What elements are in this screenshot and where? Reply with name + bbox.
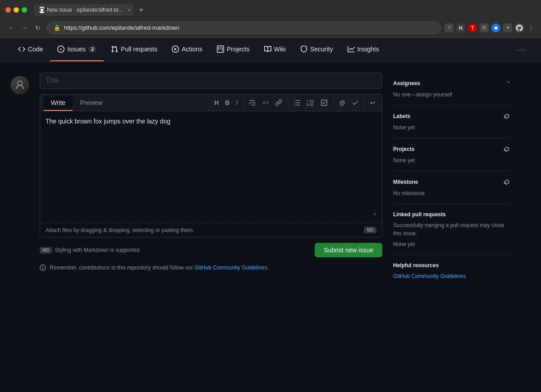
toolbar-heading-btn[interactable]: H: [211, 97, 221, 108]
nav-item-pulls[interactable]: Pull requests: [104, 38, 165, 61]
community-guidelines-link[interactable]: GitHub Community Guidelines: [195, 264, 267, 271]
assignees-title: Assignees: [393, 80, 420, 87]
nav-projects-label: Projects: [227, 46, 250, 53]
back-button[interactable]: ←: [5, 23, 17, 33]
wiki-icon: [264, 46, 271, 53]
nav-item-code[interactable]: Code: [11, 38, 50, 61]
ext-icon-3[interactable]: T: [468, 23, 477, 32]
repo-nav-bar: Code Issues 2 Pull requests Actions Proj…: [0, 38, 541, 62]
form-footer: MD Styling with Markdown is supported Su…: [40, 243, 382, 257]
security-icon: [300, 46, 307, 53]
forward-button[interactable]: →: [19, 23, 31, 33]
labels-value: None yet: [393, 124, 415, 131]
traffic-light-yellow[interactable]: [14, 7, 19, 13]
nav-item-insights[interactable]: Insights: [340, 38, 386, 61]
actions-icon: [172, 46, 179, 53]
repo-nav: Code Issues 2 Pull requests Actions Proj…: [11, 38, 530, 61]
nav-item-security[interactable]: Security: [293, 38, 340, 61]
nav-item-wiki[interactable]: Wiki: [257, 38, 293, 61]
ext-icon-6[interactable]: ✦: [503, 23, 512, 32]
projects-title: Projects: [393, 146, 414, 152]
file-attach-area[interactable]: Attach files by dragging & dropping, sel…: [40, 223, 382, 237]
toolbar-quote-btn[interactable]: [246, 97, 259, 108]
linked-prs-value: None yet: [393, 241, 415, 247]
toolbar-mention-btn[interactable]: @: [336, 97, 348, 108]
ext-icon-7[interactable]: [515, 23, 524, 32]
address-url: https://github.com/epilande/alfred-markd…: [64, 24, 179, 31]
issue-title-input[interactable]: [40, 73, 382, 89]
nav-item-actions[interactable]: Actions: [165, 38, 210, 61]
nav-wiki-label: Wiki: [274, 46, 286, 53]
ext-icon-4[interactable]: ⚙: [480, 23, 489, 32]
info-icon: [40, 264, 46, 271]
toolbar-sep-4: [364, 98, 365, 107]
issues-badge: 2: [88, 46, 96, 52]
browser-addressbar: ← → ↻ 🔒 https://github.com/epilande/alfr…: [0, 20, 541, 37]
milestone-header: Milestone: [393, 178, 510, 186]
editor-tabs-row: Write Preview H B I <>: [40, 95, 382, 111]
helpful-resources-header: Helpful resources: [393, 262, 510, 269]
ext-icon-2[interactable]: N: [456, 23, 465, 32]
toolbar-code-btn[interactable]: <>: [260, 98, 271, 108]
md-support: MD Styling with Markdown is supported: [40, 247, 140, 254]
nav-item-issues[interactable]: Issues 2: [50, 38, 104, 61]
toolbar-link-btn[interactable]: [272, 97, 285, 108]
milestone-value: No milestone: [393, 190, 425, 196]
nav-code-label: Code: [28, 46, 43, 53]
assignees-header: Assignees: [393, 80, 510, 87]
issues-icon: [57, 46, 64, 53]
helpful-resources-link[interactable]: GitHub Community Guidelines: [393, 273, 466, 279]
projects-gear-icon[interactable]: [503, 146, 510, 153]
md-badge: MD: [364, 227, 376, 233]
traffic-light-green[interactable]: [22, 7, 27, 13]
toolbar-italic-btn[interactable]: I: [233, 97, 240, 108]
address-bar[interactable]: 🔒 https://github.com/epilande/alfred-mar…: [47, 22, 441, 34]
toolbar-ol-btn[interactable]: [304, 97, 317, 108]
projects-icon: [217, 46, 224, 53]
nav-pulls-label: Pull requests: [121, 46, 157, 53]
sidebar-section-helpful-resources: Helpful resources GitHub Community Guide…: [393, 255, 510, 287]
sidebar: Assignees No one—assign yourself Labels …: [393, 73, 510, 382]
tab-close-btn[interactable]: ×: [128, 7, 130, 13]
tab-favicon: [40, 7, 44, 13]
toolbar-ul-btn[interactable]: [291, 97, 303, 108]
pulls-icon: [111, 46, 118, 53]
labels-gear-icon[interactable]: [503, 113, 510, 120]
nav-security-label: Security: [310, 46, 333, 53]
tab-title: New Issue · epilande/alfred-br...: [47, 7, 123, 13]
toolbar-sep-1: [243, 98, 243, 107]
nav-buttons: ← → ↻: [5, 23, 43, 33]
toolbar-tasklist-btn[interactable]: [318, 97, 330, 108]
tab-preview[interactable]: Preview: [73, 96, 110, 111]
ext-icon-more[interactable]: ⋮: [527, 23, 536, 32]
milestone-gear-icon[interactable]: [503, 178, 510, 186]
toolbar-undo-btn[interactable]: ↩: [367, 97, 378, 108]
toolbar-bold-btn[interactable]: B: [222, 97, 232, 108]
editor-container: Write Preview H B I <>: [40, 94, 382, 237]
linked-prs-title: Linked pull requests: [393, 211, 446, 218]
browser-tabs: New Issue · epilande/alfred-br... × +: [34, 4, 536, 16]
ext-icon-5[interactable]: ◆: [491, 23, 500, 32]
issue-body-textarea[interactable]: The quick brown fox jumps over the lazy …: [46, 117, 376, 216]
address-lock-icon: 🔒: [54, 25, 60, 31]
editor-tabs: Write Preview: [40, 96, 113, 110]
nav-item-projects[interactable]: Projects: [210, 38, 257, 61]
helpful-resources-title: Helpful resources: [393, 262, 439, 269]
tab-write[interactable]: Write: [44, 96, 73, 111]
browser-chrome: New Issue · epilande/alfred-br... × + ← …: [0, 0, 541, 38]
new-tab-button[interactable]: +: [135, 5, 147, 16]
nav-insights-label: Insights: [358, 46, 379, 53]
sidebar-section-projects: Projects None yet: [393, 138, 510, 171]
labels-title: Labels: [393, 113, 410, 119]
md-support-badge: MD: [40, 247, 52, 254]
ext-icon-1[interactable]: ?: [445, 23, 454, 32]
issue-form: Write Preview H B I <>: [40, 73, 382, 382]
traffic-light-red[interactable]: [5, 7, 11, 13]
refresh-button[interactable]: ↻: [32, 23, 43, 33]
submit-new-issue-button[interactable]: Submit new issue: [315, 243, 382, 257]
assignees-gear-icon[interactable]: [503, 80, 510, 87]
browser-tab-active[interactable]: New Issue · epilande/alfred-br... ×: [34, 4, 133, 16]
editor-toolbar: H B I <>: [208, 95, 382, 111]
nav-more-button[interactable]: ···: [513, 38, 530, 61]
toolbar-reference-btn[interactable]: [349, 97, 362, 108]
